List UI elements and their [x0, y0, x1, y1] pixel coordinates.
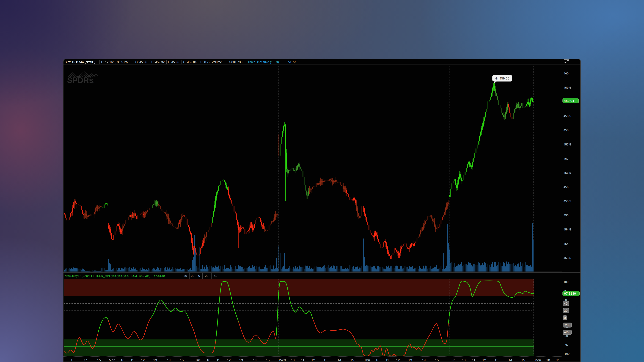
- svg-text:H: 459.32: H: 459.32: [151, 60, 165, 64]
- svg-text:457.5: 457.5: [564, 143, 571, 146]
- svg-text:456: 456: [564, 186, 568, 189]
- svg-text:13: 13: [408, 358, 412, 362]
- svg-text:14: 14: [422, 358, 426, 362]
- svg-text:15: 15: [266, 358, 270, 362]
- svg-text:455.5: 455.5: [564, 200, 571, 203]
- svg-text:460: 460: [564, 72, 568, 75]
- svg-text:11: 11: [556, 358, 560, 362]
- svg-text:12: 12: [311, 358, 315, 362]
- svg-text:458.5: 458.5: [564, 114, 571, 118]
- svg-text:14: 14: [338, 358, 341, 362]
- svg-text:11: 11: [301, 358, 304, 362]
- svg-text:Fri: Fri: [452, 358, 456, 362]
- svg-text:R: 0.72: R: 0.72: [200, 60, 210, 64]
- svg-text:15: 15: [97, 358, 101, 362]
- svg-text:453.5: 453.5: [564, 256, 571, 260]
- svg-text:Wed: Wed: [279, 358, 286, 362]
- svg-text:10: 10: [291, 358, 294, 362]
- svg-text:0: 0: [198, 274, 200, 278]
- svg-text:0: 0: [564, 316, 566, 320]
- svg-text:454: 454: [564, 242, 568, 246]
- svg-text:13: 13: [71, 358, 74, 362]
- svg-text:459.5: 459.5: [564, 86, 571, 89]
- svg-text:40: 40: [564, 302, 568, 305]
- svg-text:14: 14: [253, 358, 257, 362]
- svg-text:SPY 15 D 5m [NYSE]: SPY 15 D 5m [NYSE]: [64, 60, 95, 64]
- svg-text:12: 12: [141, 358, 144, 362]
- svg-text:457: 457: [564, 157, 568, 160]
- svg-text:67.8139: 67.8139: [564, 292, 576, 295]
- svg-text:11: 11: [386, 358, 389, 362]
- svg-text:-40: -40: [564, 330, 568, 334]
- svg-text:458: 458: [564, 128, 568, 132]
- svg-text:-75: -75: [564, 343, 568, 346]
- svg-text:L: 458.6: L: 458.6: [168, 60, 179, 64]
- svg-text:10: 10: [462, 358, 466, 362]
- svg-text:Tue: Tue: [195, 358, 201, 362]
- svg-text:456.5: 456.5: [564, 171, 571, 174]
- svg-text:14: 14: [84, 358, 88, 362]
- svg-text:13: 13: [494, 358, 498, 362]
- svg-text:Volume: Volume: [212, 60, 222, 64]
- svg-text:11: 11: [130, 358, 134, 362]
- svg-text:13: 13: [239, 358, 243, 362]
- svg-text:-20: -20: [564, 323, 568, 327]
- svg-text:-20: -20: [204, 274, 208, 278]
- svg-text:ThreeLineStrike (10, 3): ThreeLineStrike (10, 3): [248, 60, 279, 64]
- svg-text:Hi: 459.65: Hi: 459.65: [494, 76, 509, 80]
- svg-text:10: 10: [120, 358, 124, 362]
- svg-text:10: 10: [376, 358, 379, 362]
- svg-text:10: 10: [546, 358, 550, 362]
- svg-text:455: 455: [564, 214, 568, 217]
- svg-text:-100: -100: [564, 352, 570, 356]
- svg-text:15: 15: [435, 358, 438, 362]
- svg-text:15: 15: [350, 358, 354, 362]
- svg-text:11: 11: [472, 358, 476, 362]
- svg-text:13: 13: [153, 358, 157, 362]
- svg-text:67.8139: 67.8139: [154, 274, 165, 278]
- svg-text:11: 11: [216, 358, 220, 362]
- svg-text:SPDRs.: SPDRs.: [67, 76, 94, 85]
- svg-text:Thu: Thu: [364, 358, 370, 362]
- svg-text:20: 20: [191, 274, 194, 278]
- svg-text:12: 12: [482, 358, 486, 362]
- svg-text:4,801,738: 4,801,738: [229, 60, 242, 64]
- svg-text:D: 12/1/23, 3:55 PM: D: 12/1/23, 3:55 PM: [101, 60, 128, 64]
- svg-text:20: 20: [564, 309, 568, 312]
- svg-text:no: no: [292, 60, 296, 64]
- svg-text:40: 40: [184, 274, 187, 278]
- svg-text:13: 13: [324, 358, 327, 362]
- svg-text:14: 14: [508, 358, 512, 362]
- svg-text:100: 100: [564, 280, 568, 284]
- svg-text:Mon: Mon: [534, 358, 541, 362]
- svg-text:12: 12: [227, 358, 230, 362]
- svg-text:12: 12: [396, 358, 400, 362]
- svg-text:15: 15: [521, 358, 525, 362]
- svg-text:15: 15: [180, 358, 184, 362]
- svg-text:C: 459.04: C: 459.04: [183, 60, 196, 64]
- svg-text:14: 14: [167, 358, 171, 362]
- svg-text:-40: -40: [213, 274, 217, 278]
- svg-text:10: 10: [206, 358, 210, 362]
- svg-text:no: no: [288, 60, 291, 64]
- svg-text:O: 458.6: O: 458.6: [135, 60, 147, 64]
- svg-text:459.04: 459.04: [564, 99, 574, 102]
- svg-text:Mon: Mon: [109, 358, 115, 362]
- svg-text:454.5: 454.5: [564, 228, 571, 231]
- svg-text:NewStudy77 (Chart, FIFTEEN_MIN: NewStudy77 (Chart, FIFTEEN_MIN, yes, yes…: [64, 274, 150, 278]
